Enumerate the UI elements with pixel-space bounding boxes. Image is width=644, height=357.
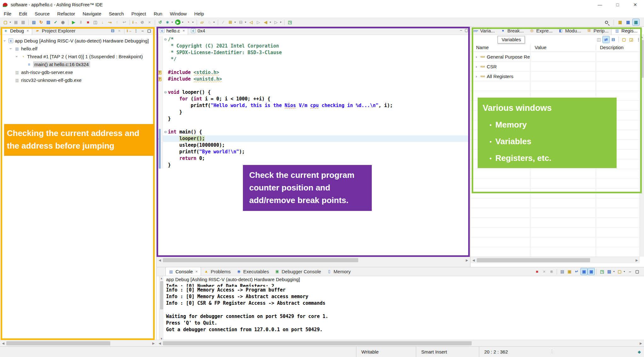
menu-refactor[interactable]: Refactor xyxy=(57,11,75,16)
maximize-window-icon[interactable]: □ xyxy=(609,0,626,9)
debug-tree-item[interactable]: ›◔Thread #1 [TAP 2 ( Hart 0)] 1 (Suspend… xyxy=(0,53,156,60)
menu-file[interactable]: File xyxy=(4,11,11,16)
save-icon[interactable]: ▣ xyxy=(13,19,19,26)
debug-tree-item[interactable]: ≡main() at hello.c:16 0x324 xyxy=(0,60,156,68)
run-launch-icon[interactable]: ▶ xyxy=(175,20,181,25)
profile-launch-dropdown-icon[interactable]: ▼ xyxy=(192,21,194,23)
expander-icon[interactable]: › xyxy=(9,47,13,51)
maximize-icon[interactable]: ▢ xyxy=(146,27,152,34)
new-wizard-icon[interactable]: ▢ xyxy=(2,19,9,26)
prev-annotation-dropdown-icon[interactable]: ▼ xyxy=(244,21,247,23)
collapse-fold-icon[interactable]: ⊖ xyxy=(164,130,166,134)
tab-console[interactable]: ▤Console× xyxy=(165,267,201,276)
minimize-icon[interactable]: – xyxy=(460,28,462,32)
last-edit-icon[interactable]: ◁ xyxy=(248,19,255,26)
debug-perspective-icon[interactable]: ▦ xyxy=(633,19,639,26)
close-tab-icon[interactable]: × xyxy=(640,28,642,33)
step-return-icon[interactable]: ↑ xyxy=(114,19,120,26)
tab-problems[interactable]: ▲Problems xyxy=(201,267,233,276)
debug-launch-dropdown-icon[interactable]: ▼ xyxy=(171,21,173,23)
open-element-icon[interactable]: ▱ xyxy=(199,19,205,26)
tab-hello-c[interactable]: chello.c× xyxy=(157,26,188,35)
pin-console-icon[interactable]: ▣ xyxy=(581,268,587,275)
collapse-fold-icon[interactable]: ⊖ xyxy=(164,90,166,94)
tab-0x4[interactable]: c0x4 xyxy=(188,26,208,35)
close-tab-icon[interactable]: × xyxy=(195,269,198,274)
menu-source[interactable]: Source xyxy=(35,11,50,16)
terminate-icon[interactable]: ■ xyxy=(85,19,91,26)
display-selected-console-icon[interactable]: ◳ xyxy=(599,268,605,275)
step-into-icon[interactable]: ↓ xyxy=(99,19,106,26)
minimize-icon[interactable]: – xyxy=(627,268,633,275)
column-divider[interactable] xyxy=(530,44,531,257)
toggle-mark-icon[interactable]: ∕ xyxy=(220,19,227,26)
column-divider[interactable] xyxy=(596,44,596,257)
tab-executables[interactable]: ◉Executables xyxy=(233,267,272,276)
show-on-output-icon[interactable]: ▣ xyxy=(588,268,595,275)
suspend-icon[interactable]: ‖ xyxy=(78,19,84,26)
next-annotation-icon[interactable]: ⊞ xyxy=(227,19,234,26)
tab-regis[interactable]: ▥Regis...× xyxy=(611,26,644,35)
flash-program-icon[interactable]: ✓ xyxy=(52,19,59,26)
forward-dropdown-icon[interactable]: ▼ xyxy=(280,21,282,23)
minimize-icon[interactable]: – xyxy=(140,27,146,34)
scroll-left-arrow-icon[interactable]: ◀ xyxy=(1,342,6,345)
tab-debug[interactable]: ∗Debug× xyxy=(0,26,32,35)
resume-icon[interactable]: ▶ xyxy=(70,19,77,26)
tab-varia[interactable]: (x)=Varia... xyxy=(470,26,497,35)
terminate-icon[interactable]: ■ xyxy=(534,268,540,275)
back-dropdown-icon[interactable]: ▼ xyxy=(269,21,272,23)
run-launch-dropdown-icon[interactable]: ▼ xyxy=(181,21,184,23)
column-name[interactable]: Name xyxy=(476,45,489,50)
scroll-left-arrow-icon[interactable]: ◀ xyxy=(157,258,162,262)
scroll-right-arrow-icon[interactable]: ▶ xyxy=(151,342,156,345)
scroll-right-arrow-icon[interactable]: ▶ xyxy=(638,342,643,345)
debug-tree-item[interactable]: ›▤hello.elf xyxy=(0,45,156,53)
expander-icon[interactable]: › xyxy=(3,39,7,43)
show-debug-context-icon[interactable]: ◫ xyxy=(595,36,602,43)
tab-expre[interactable]: ◎Expre... xyxy=(526,26,555,35)
build-icon[interactable]: ▧ xyxy=(31,19,37,26)
debug-launch-icon[interactable]: ∗ xyxy=(164,19,171,26)
save-all-icon[interactable]: ▦ xyxy=(20,19,26,26)
close-window-icon[interactable]: ✕ xyxy=(626,0,644,9)
skip-breakpoints-icon[interactable]: ⊘ xyxy=(139,19,146,26)
menu-run[interactable]: Run xyxy=(154,11,163,16)
view-menu-icon[interactable]: ⋮ xyxy=(133,27,139,34)
new-console-view-dropdown-icon[interactable]: ▼ xyxy=(623,270,625,273)
back-icon[interactable]: ◀ xyxy=(262,19,269,26)
link-editor-icon[interactable]: ◳ xyxy=(286,19,293,26)
scroll-left-arrow-icon[interactable]: ◀ xyxy=(157,342,162,345)
menu-help[interactable]: Help xyxy=(194,11,204,16)
open-perspective-icon[interactable]: ▦ xyxy=(617,19,624,26)
collapse-all-icon[interactable]: ⊟ xyxy=(610,36,617,43)
expander-icon[interactable]: › xyxy=(474,74,479,79)
search-tool-dropdown-icon[interactable]: ▼ xyxy=(213,21,215,23)
open-console-dropdown-icon[interactable]: ▼ xyxy=(613,270,615,273)
instruction-stepping-icon[interactable]: i→ xyxy=(132,19,138,26)
remove-terminated-icon[interactable]: × xyxy=(146,19,153,26)
search-tool-icon[interactable]: ◌ xyxy=(206,19,213,26)
debug-tree-item[interactable]: ▥riscv32-unknown-elf-gdb.exe xyxy=(0,76,156,84)
step-over-icon[interactable]: ↝ xyxy=(106,19,113,26)
collapse-fold-icon[interactable]: ⊖ xyxy=(164,37,166,42)
tab-project-explorer[interactable]: ▰Project Explorer xyxy=(32,26,78,35)
tab-modu[interactable]: ◧Modu... xyxy=(555,26,584,35)
horizontal-scrollbar[interactable]: ◀ ▶ xyxy=(157,257,470,263)
search-icon[interactable] xyxy=(605,21,608,24)
close-tab-icon[interactable]: × xyxy=(26,28,29,33)
new-console-view-icon[interactable]: ▢ xyxy=(616,268,623,275)
collapse-all-icon[interactable]: ⊟ xyxy=(110,27,116,34)
link-with-debug-icon[interactable]: ⇄ xyxy=(603,36,609,43)
expander-icon[interactable]: › xyxy=(474,64,479,69)
sync-icon[interactable]: ↻ xyxy=(38,19,44,26)
menu-window[interactable]: Window xyxy=(170,11,187,16)
tab-memory[interactable]: ▯Memory xyxy=(324,267,354,276)
code-editor[interactable]: ⊖/* * Copyright (C) 2021 Intel Corporati… xyxy=(157,35,470,257)
scroll-left-arrow-icon[interactable]: ◀ xyxy=(471,258,476,262)
scroll-right-arrow-icon[interactable]: ▶ xyxy=(464,258,469,262)
horizontal-scrollbar[interactable]: ◀ ▶ xyxy=(0,340,157,346)
menu-navigate[interactable]: Navigate xyxy=(83,11,101,16)
console-output[interactable]: Info : [0] Number of Data Registers: 2In… xyxy=(157,283,644,333)
menu-project[interactable]: Project xyxy=(131,11,146,16)
